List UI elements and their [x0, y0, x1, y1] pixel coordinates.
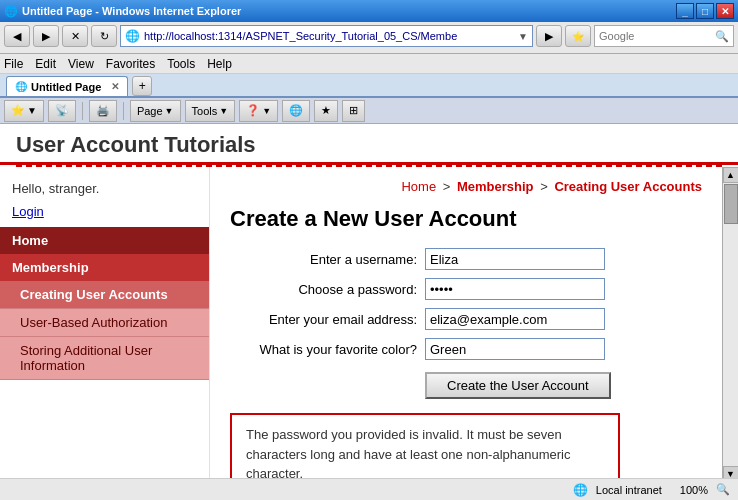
toolbar-sep-1 — [82, 102, 83, 120]
password-row: Choose a password: — [230, 278, 702, 300]
zoom-icon: 🔍 — [716, 483, 730, 496]
create-account-button[interactable]: Create the User Account — [425, 372, 611, 399]
email-row: Enter your email address: — [230, 308, 702, 330]
dropdown-icon[interactable]: ▼ — [518, 31, 528, 42]
page-body: Hello, stranger. Login Home Membership C… — [0, 167, 738, 482]
menu-bar: File Edit View Favorites Tools Help — [0, 54, 738, 74]
scrollbar[interactable]: ▲ ▼ — [722, 167, 738, 482]
tools-button[interactable]: Tools ▼ — [185, 100, 236, 122]
toolbar-row: ⭐ ▼ 📡 🖨️ Page ▼ Tools ▼ ❓ ▼ 🌐 ★ ⊞ — [0, 98, 738, 124]
zone-icon: 🌐 — [573, 483, 588, 497]
window-title: Untitled Page - Windows Internet Explore… — [22, 5, 676, 17]
search-icon[interactable]: 🔍 — [715, 30, 729, 43]
nav-row: ◀ ▶ ✕ ↻ 🌐 http://localhost:1314/ASPNET_S… — [4, 25, 734, 47]
close-button[interactable]: ✕ — [716, 3, 734, 19]
page-area: User Account Tutorials Hello, stranger. … — [0, 124, 738, 482]
extra-button-2[interactable]: ⊞ — [342, 100, 365, 122]
page-button[interactable]: Page ▼ — [130, 100, 181, 122]
menu-view[interactable]: View — [68, 57, 94, 71]
address-bar[interactable]: 🌐 http://localhost:1314/ASPNET_Security_… — [120, 25, 533, 47]
color-label: What is your favorite color? — [230, 342, 425, 357]
zone-label: Local intranet — [596, 484, 662, 496]
tabs-bar: 🌐 Untitled Page ✕ + — [0, 74, 738, 98]
tab-untitled-page[interactable]: 🌐 Untitled Page ✕ — [6, 76, 128, 96]
error-message-box: The password you provided is invalid. It… — [230, 413, 620, 482]
sidebar-item-user-based-auth[interactable]: User-Based Authorization — [0, 309, 209, 337]
window-controls: _ □ ✕ — [676, 3, 734, 19]
browser-chrome: ◀ ▶ ✕ ↻ 🌐 http://localhost:1314/ASPNET_S… — [0, 22, 738, 54]
sidebar-item-membership[interactable]: Membership — [0, 254, 209, 281]
page-icon: 🌐 — [125, 29, 140, 43]
color-row: What is your favorite color? — [230, 338, 702, 360]
globe-button[interactable]: 🌐 — [282, 100, 310, 122]
go-button[interactable]: ▶ — [536, 25, 562, 47]
breadcrumb-home[interactable]: Home — [401, 179, 436, 194]
tab-close-icon[interactable]: ✕ — [111, 81, 119, 92]
zoom-level: 100% — [680, 484, 708, 496]
back-button[interactable]: ◀ — [4, 25, 30, 47]
search-input[interactable] — [599, 30, 711, 42]
page-title: Create a New User Account — [230, 206, 702, 232]
forward-button[interactable]: ▶ — [33, 25, 59, 47]
favorites-star[interactable]: ⭐ ▼ — [4, 100, 44, 122]
search-box: 🔍 — [594, 25, 734, 47]
menu-help[interactable]: Help — [207, 57, 232, 71]
breadcrumb-membership[interactable]: Membership — [457, 179, 534, 194]
help-button[interactable]: ❓ ▼ — [239, 100, 278, 122]
rss-button[interactable]: 📡 — [48, 100, 76, 122]
tools-label: Tools — [192, 105, 218, 117]
username-label: Enter a username: — [230, 252, 425, 267]
sidebar: Hello, stranger. Login Home Membership C… — [0, 167, 210, 482]
email-input[interactable] — [425, 308, 605, 330]
page-dropdown-icon: ▼ — [165, 106, 174, 116]
maximize-button[interactable]: □ — [696, 3, 714, 19]
content-wrapper: User Account Tutorials Hello, stranger. … — [0, 124, 738, 482]
breadcrumb-sep-2: > — [540, 179, 551, 194]
username-input[interactable] — [425, 248, 605, 270]
live-button[interactable]: ⭐ — [565, 25, 591, 47]
scroll-thumb[interactable] — [724, 184, 738, 224]
scroll-track — [723, 183, 738, 466]
color-input[interactable] — [425, 338, 605, 360]
sidebar-item-storing-user-info[interactable]: Storing Additional User Information — [0, 337, 209, 380]
print-button[interactable]: 🖨️ — [89, 100, 117, 122]
tab-icon: 🌐 — [15, 81, 27, 92]
stop-button[interactable]: ✕ — [62, 25, 88, 47]
toolbar-sep-2 — [123, 102, 124, 120]
minimize-button[interactable]: _ — [676, 3, 694, 19]
main-content: Home > Membership > Creating User Accoun… — [210, 167, 722, 482]
extra-button-1[interactable]: ★ — [314, 100, 338, 122]
new-tab-button[interactable]: + — [132, 76, 152, 96]
scroll-up-button[interactable]: ▲ — [723, 167, 739, 183]
error-text: The password you provided is invalid. It… — [246, 427, 571, 481]
menu-favorites[interactable]: Favorites — [106, 57, 155, 71]
greeting-text: Hello, stranger. — [0, 177, 209, 204]
menu-file[interactable]: File — [4, 57, 23, 71]
page-label: Page — [137, 105, 163, 117]
password-label: Choose a password: — [230, 282, 425, 297]
breadcrumb: Home > Membership > Creating User Accoun… — [230, 179, 702, 194]
status-bar: 🌐 Local intranet 100% 🔍 — [0, 478, 738, 500]
page-header: User Account Tutorials — [0, 124, 738, 165]
status-right: 🌐 Local intranet 100% 🔍 — [573, 483, 730, 497]
sidebar-item-home[interactable]: Home — [0, 227, 209, 254]
email-label: Enter your email address: — [230, 312, 425, 327]
username-row: Enter a username: — [230, 248, 702, 270]
url-text: http://localhost:1314/ASPNET_Security_Tu… — [144, 30, 518, 42]
tools-dropdown-icon: ▼ — [219, 106, 228, 116]
login-link[interactable]: Login — [0, 204, 209, 227]
password-input[interactable] — [425, 278, 605, 300]
menu-tools[interactable]: Tools — [167, 57, 195, 71]
site-title: User Account Tutorials — [16, 132, 722, 158]
sidebar-item-creating-user-accounts[interactable]: Creating User Accounts — [0, 281, 209, 309]
tab-label: Untitled Page — [31, 81, 101, 93]
menu-edit[interactable]: Edit — [35, 57, 56, 71]
breadcrumb-sep-1: > — [443, 179, 454, 194]
breadcrumb-page[interactable]: Creating User Accounts — [554, 179, 702, 194]
title-bar: 🌐 Untitled Page - Windows Internet Explo… — [0, 0, 738, 22]
submit-row: Create the User Account — [230, 368, 702, 399]
refresh-button[interactable]: ↻ — [91, 25, 117, 47]
browser-icon: 🌐 — [4, 5, 18, 18]
